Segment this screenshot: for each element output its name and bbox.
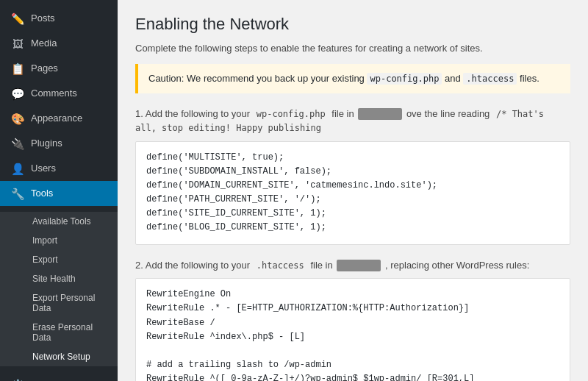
step2-label: 2. Add the following to your .htaccess f… — [135, 258, 570, 273]
sidebar-item-appearance[interactable]: 🎨 Appearance — [0, 106, 118, 131]
sidebar-item-label: Media — [31, 37, 57, 50]
sidebar-item-export-personal-data[interactable]: Export Personal Data — [0, 288, 118, 318]
step2-file: .htaccess — [253, 260, 308, 271]
media-icon: 🖼 — [10, 36, 25, 51]
plugins-icon: 🔌 — [10, 136, 25, 151]
tools-icon: 🔧 — [10, 186, 25, 201]
sidebar-item-media[interactable]: 🖼 Media — [0, 31, 118, 56]
settings-icon: ⚙️ — [10, 377, 25, 381]
step1-prefix: 1. Add the following to your — [135, 108, 250, 119]
step1-suffix: ove the line reading — [406, 108, 492, 119]
step2-path-redacted — [337, 260, 381, 271]
sidebar-item-label: Plugins — [31, 137, 62, 150]
main-content: Enabling the Network Complete the follow… — [118, 0, 588, 381]
step1-section: 1. Add the following to your wp-config.p… — [135, 107, 570, 245]
sidebar-item-plugins[interactable]: 🔌 Plugins — [0, 131, 118, 156]
step2-code-block[interactable]: RewriteEngine On RewriteRule .* - [E=HTT… — [135, 278, 570, 381]
pages-icon: 📋 — [10, 61, 25, 76]
page-title: Enabling the Network — [135, 15, 570, 34]
sidebar-item-users[interactable]: 👤 Users — [0, 156, 118, 181]
appearance-icon: 🎨 — [10, 111, 25, 126]
step1-mid: file in — [331, 108, 356, 119]
sidebar-main-menu: ✏️ Posts 🖼 Media 📋 Pages 💬 Comments 🎨 Ap… — [0, 0, 118, 212]
sidebar-item-pages[interactable]: 📋 Pages — [0, 56, 118, 81]
sidebar-item-site-health[interactable]: Site Health — [0, 269, 118, 288]
sidebar-item-settings[interactable]: ⚙️ Settings — [0, 372, 118, 381]
users-icon: 👤 — [10, 161, 25, 176]
sidebar-item-label: Tools — [31, 187, 53, 200]
sidebar-item-network-setup[interactable]: Network Setup — [0, 347, 118, 366]
sidebar-submenu-tools: Available Tools Import Export Site Healt… — [0, 212, 118, 366]
sidebar-item-posts[interactable]: ✏️ Posts — [0, 6, 118, 31]
step2-suffix: , replacing other WordPress rules: — [385, 260, 529, 271]
sidebar-item-erase-personal-data[interactable]: Erase Personal Data — [0, 318, 118, 347]
step1-file: wp-config.php — [253, 108, 329, 120]
sidebar-item-label: Comments — [31, 87, 77, 100]
sidebar-item-label: Users — [31, 162, 56, 175]
sidebar-item-available-tools[interactable]: Available Tools — [0, 212, 118, 231]
step1-code-block[interactable]: define('MULTISITE', true); define('SUBDO… — [135, 141, 570, 245]
caution-text: Caution: We recommend you back up your e… — [148, 73, 365, 84]
caution-file1: wp-config.php — [367, 73, 442, 85]
caution-and-word: and — [445, 73, 461, 84]
sidebar-item-label: Appearance — [31, 112, 82, 125]
sidebar-item-label: Pages — [31, 62, 58, 75]
sidebar-item-export[interactable]: Export — [0, 250, 118, 269]
comments-icon: 💬 — [10, 86, 25, 101]
page-description: Complete the following steps to enable t… — [135, 43, 570, 54]
step1-path-redacted — [358, 108, 402, 120]
sidebar-item-tools[interactable]: 🔧 Tools — [0, 181, 118, 206]
caution-file2: .htaccess — [463, 73, 517, 85]
sidebar-item-comments[interactable]: 💬 Comments — [0, 81, 118, 106]
caution-box: Caution: We recommend you back up your e… — [135, 64, 570, 93]
sidebar-item-import[interactable]: Import — [0, 231, 118, 250]
posts-icon: ✏️ — [10, 11, 25, 26]
sidebar-bottom-section: ⚙️ Settings — [0, 366, 118, 381]
sidebar-item-label: Posts — [31, 12, 55, 25]
step2-section: 2. Add the following to your .htaccess f… — [135, 258, 570, 381]
step1-label: 1. Add the following to your wp-config.p… — [135, 107, 570, 135]
sidebar-item-label: Settings — [31, 378, 65, 381]
step2-prefix: 2. Add the following to your — [135, 260, 250, 271]
sidebar: ✏️ Posts 🖼 Media 📋 Pages 💬 Comments 🎨 Ap… — [0, 0, 118, 381]
step2-mid: file in — [310, 260, 335, 271]
